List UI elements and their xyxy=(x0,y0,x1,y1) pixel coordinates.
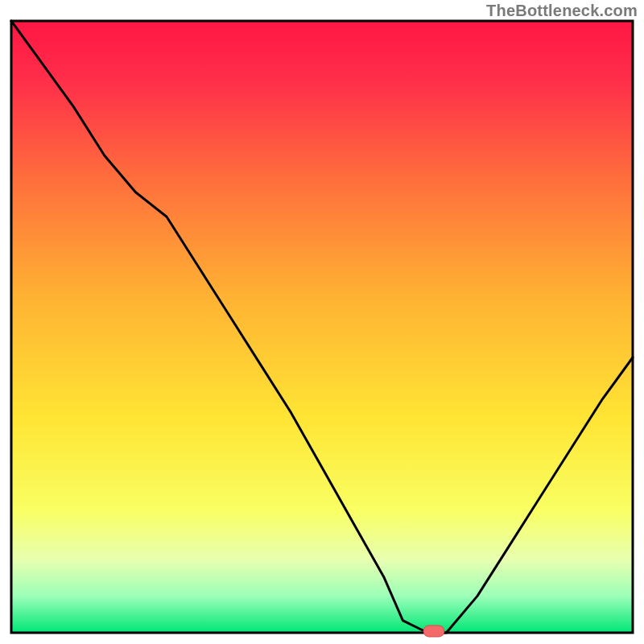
optimal-marker xyxy=(423,625,444,637)
bottleneck-chart: TheBottleneck.com xyxy=(0,0,644,644)
chart-svg xyxy=(0,0,644,644)
watermark-text: TheBottleneck.com xyxy=(486,2,638,20)
plot-area xyxy=(11,21,633,633)
